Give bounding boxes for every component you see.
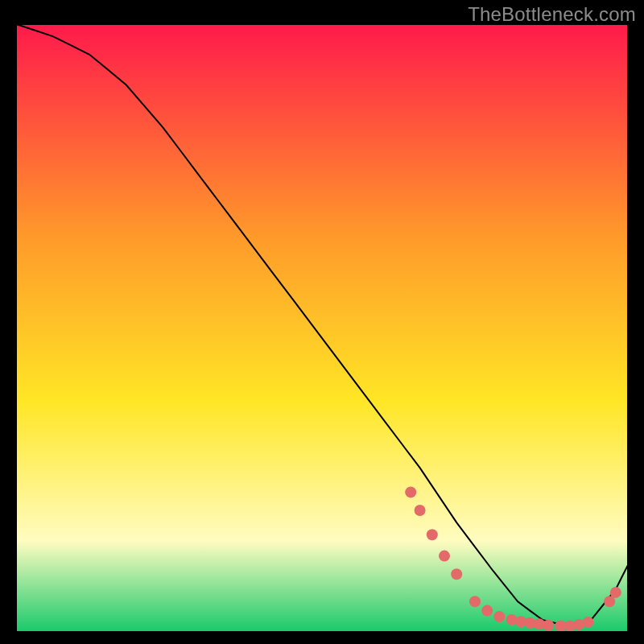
highlight-dot bbox=[405, 486, 416, 497]
highlight-dot bbox=[493, 611, 505, 622]
highlight-dot bbox=[543, 620, 554, 631]
highlight-dot bbox=[451, 568, 462, 580]
highlight-dot bbox=[583, 617, 594, 628]
highlight-dot bbox=[610, 587, 621, 598]
highlight-dot bbox=[604, 596, 615, 607]
highlight-dot bbox=[415, 505, 426, 516]
highlight-dot bbox=[469, 596, 481, 607]
bottleneck-chart bbox=[0, 0, 644, 644]
highlight-dot bbox=[439, 551, 450, 562]
highlight-dot bbox=[481, 605, 493, 617]
chart-stage: TheBottleneck.com bbox=[0, 0, 644, 644]
highlight-dot bbox=[427, 529, 438, 540]
gradient-background bbox=[16, 24, 628, 632]
watermark-text: TheBottleneck.com bbox=[468, 3, 636, 26]
